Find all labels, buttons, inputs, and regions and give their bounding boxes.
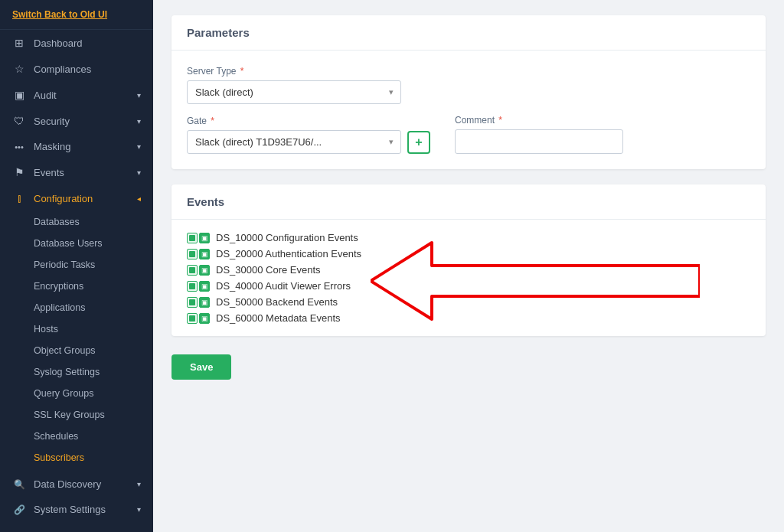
event-checkbox2: ▣ [199,297,210,308]
list-item[interactable]: ▣ DS_30000 Core Events [187,264,750,276]
sidebar-item-system-settings[interactable]: 🔗 System Settings ▾ [0,497,153,522]
event-checkbox2: ▣ [199,233,210,243]
sidebar-item-label: Audit [34,90,57,101]
switch-ui-link[interactable]: Switch Back to Old UI [0,0,153,30]
sidebar-sub-item-database-users[interactable]: Database Users [34,233,153,254]
event-checkbox-inner [189,267,195,273]
masking-icon: ••• [12,142,26,152]
sidebar-sub-item-periodic-tasks[interactable]: Periodic Tasks [34,254,153,276]
add-gate-button[interactable]: + [407,131,430,154]
sidebar-item-configuration[interactable]: ⫿ Configuration ◂ [0,185,153,211]
server-type-select[interactable]: Slack (direct) [187,80,401,104]
list-item[interactable]: ▣ DS_20000 Authentication Events [187,248,750,259]
event-checkbox2: ▣ [199,249,210,259]
event-label: DS_30000 Core Events [216,264,321,276]
event-checkbox-group: ▣ [187,233,210,243]
sidebar-item-label: Security [34,116,70,127]
sidebar-item-masking[interactable]: ••• Masking ▾ [0,134,153,159]
gate-field-row: Slack (direct) T1D93E7U6/... ▾ + [187,130,430,154]
security-icon: 🛡 [12,115,26,127]
event-label: DS_20000 Authentication Events [216,248,361,259]
events-card: Events ▣ DS_10000 Configuration Events ▣ [172,184,766,336]
events-list: ▣ DS_10000 Configuration Events ▣ DS_200… [172,220,766,336]
gate-select[interactable]: Slack (direct) T1D93E7U6/... [187,130,401,154]
chevron-down-icon: ▾ [137,480,141,488]
event-checkbox-inner [189,315,195,321]
event-checkbox-outer [187,313,198,324]
event-checkbox-group: ▣ [187,249,210,259]
sidebar-item-data-discovery[interactable]: 🔍 Data Discovery ▾ [0,472,153,497]
dashboard-icon: ⊞ [12,37,26,49]
sidebar-sub-item-subscribers[interactable]: Subscribers [34,447,153,468]
sidebar-item-label: System Settings [34,504,106,515]
list-item[interactable]: ▣ DS_60000 Metadata Events [187,312,750,324]
sidebar-sub-item-query-groups[interactable]: Query Groups [34,383,153,404]
event-checkbox-inner [189,251,195,257]
event-label: DS_40000 Audit Viewer Errors [216,280,351,292]
chevron-down-icon: ▾ [137,117,141,126]
gate-group: Gate * Slack (direct) T1D93E7U6/... ▾ + [187,116,430,154]
events-body-wrapper: ▣ DS_10000 Configuration Events ▣ DS_200… [172,220,766,336]
chevron-down-icon: ▾ [137,142,141,151]
sidebar-sub-item-databases[interactable]: Databases [34,211,153,233]
chevron-left-icon: ◂ [137,194,141,203]
server-type-select-wrapper: Slack (direct) ▾ [187,80,401,104]
event-checkbox-outer [187,281,198,292]
event-label: DS_60000 Metadata Events [216,312,341,324]
parameters-body: Server Type * Slack (direct) ▾ Gate * [172,51,766,169]
list-item[interactable]: ▣ DS_10000 Configuration Events [187,232,750,243]
sidebar-item-compliances[interactable]: ☆ Compliances [0,56,153,82]
sidebar-sub-item-encryptions[interactable]: Encryptions [34,276,153,297]
event-checkbox-outer [187,233,198,243]
event-label: DS_10000 Configuration Events [216,232,358,243]
parameters-form-row: Server Type * Slack (direct) ▾ [187,66,750,104]
sidebar-sub-item-object-groups[interactable]: Object Groups [34,340,153,361]
gate-form-row: Gate * Slack (direct) T1D93E7U6/... ▾ + [187,115,750,154]
sidebar-item-events[interactable]: ⚑ Events ▾ [0,159,153,185]
event-checkbox-group: ▣ [187,265,210,276]
sidebar-item-label: Configuration [34,193,93,204]
list-item[interactable]: ▣ DS_50000 Backend Events [187,296,750,308]
gate-label: Gate * [187,116,430,126]
event-checkbox-inner [189,235,195,241]
chevron-down-icon: ▾ [137,505,141,514]
save-button[interactable]: Save [172,354,231,380]
event-checkbox2: ▣ [199,281,210,292]
comment-input[interactable] [455,129,623,154]
list-item[interactable]: ▣ DS_40000 Audit Viewer Errors [187,280,750,292]
events-header: Events [172,184,766,220]
server-type-label: Server Type * [187,66,401,77]
sidebar-sub-item-schedules[interactable]: Schedules [34,426,153,447]
event-checkbox-inner [189,299,195,305]
sidebar-item-security[interactable]: 🛡 Security ▾ [0,108,153,134]
sidebar-item-label: Compliances [34,64,91,75]
sidebar-item-audit[interactable]: ▣ Audit ▾ [0,82,153,108]
event-checkbox-outer [187,265,198,276]
sidebar-sub-item-syslog-settings[interactable]: Syslog Settings [34,361,153,383]
sidebar: Switch Back to Old UI ⊞ Dashboard ☆ Comp… [0,0,153,532]
configuration-icon: ⫿ [12,192,26,204]
sidebar-sub-item-applications[interactable]: Applications [34,297,153,318]
gate-select-wrapper: Slack (direct) T1D93E7U6/... ▾ [187,130,401,154]
event-checkbox-outer [187,297,198,308]
comment-group: Comment * [455,115,623,154]
audit-icon: ▣ [12,89,26,101]
event-checkbox2: ▣ [199,313,210,324]
sidebar-item-dashboard[interactable]: ⊞ Dashboard [0,30,153,56]
comment-label: Comment * [455,115,623,126]
event-checkbox-group: ▣ [187,313,210,324]
event-checkbox2: ▣ [199,265,210,276]
system-settings-icon: 🔗 [12,504,26,515]
sidebar-sub-item-hosts[interactable]: Hosts [34,318,153,340]
main-content: Parameters Server Type * Slack (direct) … [153,0,784,532]
server-type-group: Server Type * Slack (direct) ▾ [187,66,401,104]
event-checkbox-outer [187,249,198,259]
chevron-down-icon: ▾ [137,91,141,100]
sidebar-sub-item-ssl-key-groups[interactable]: SSL Key Groups [34,404,153,426]
event-label: DS_50000 Backend Events [216,296,338,308]
events-icon: ⚑ [12,166,26,178]
sidebar-item-label: Data Discovery [34,478,101,490]
sidebar-item-label: Masking [34,141,70,152]
sidebar-item-label: Events [34,167,64,178]
data-discovery-icon: 🔍 [12,479,26,490]
